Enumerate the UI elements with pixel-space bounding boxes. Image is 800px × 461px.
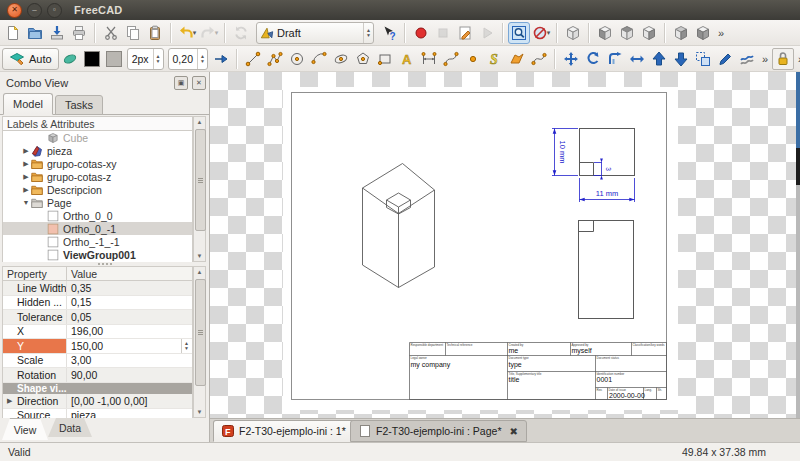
property-value[interactable]: 0,35 bbox=[67, 281, 192, 295]
tree-expander-icon[interactable]: ▼ bbox=[21, 199, 31, 206]
right-view-button[interactable] bbox=[638, 22, 660, 44]
draft-dimension-button[interactable] bbox=[418, 48, 440, 70]
panel-float-button[interactable]: ▣ bbox=[174, 76, 188, 90]
panel-close-button[interactable]: ✕ bbox=[192, 76, 206, 90]
draft-upgrade-button[interactable] bbox=[648, 48, 670, 70]
draft-text-button[interactable] bbox=[396, 48, 418, 70]
refresh-button[interactable] bbox=[230, 22, 252, 44]
tree-expander-icon[interactable]: ▶ bbox=[21, 173, 31, 181]
window-maximize-button[interactable]: ▫ bbox=[47, 3, 62, 18]
face-color-swatch[interactable] bbox=[103, 48, 125, 70]
property-row-source[interactable]: Sourcepieza bbox=[3, 409, 192, 419]
property-row-line-width[interactable]: Line Width0,35 bbox=[3, 281, 192, 296]
draft-bspline-button[interactable] bbox=[440, 48, 462, 70]
macro-play-button[interactable] bbox=[476, 22, 498, 44]
draft-facebinder-button[interactable] bbox=[506, 48, 528, 70]
tab-close-icon[interactable]: ✖ bbox=[509, 426, 517, 437]
draft-offset-button[interactable] bbox=[604, 48, 626, 70]
tab-tasks[interactable]: Tasks bbox=[55, 95, 103, 115]
line-width-spinbox[interactable]: 2px▲▼ bbox=[127, 48, 164, 70]
draft-polygon-button[interactable] bbox=[352, 48, 374, 70]
property-value[interactable]: 196,00 bbox=[67, 325, 192, 339]
drawing-viewport[interactable]: 10 mm 3 11 mm Responsible department Tec… bbox=[210, 72, 800, 418]
draft-rectangle-button[interactable] bbox=[374, 48, 396, 70]
undo-button[interactable]: ▾ bbox=[176, 22, 198, 44]
macro-stop-button[interactable] bbox=[432, 22, 454, 44]
property-scrollbar-thumb[interactable] bbox=[195, 279, 206, 386]
draft-join-button[interactable] bbox=[736, 48, 758, 70]
draft-move-button[interactable] bbox=[560, 48, 582, 70]
text-scale-spinbox[interactable]: 0,20▲▼ bbox=[168, 48, 208, 70]
front-view-button[interactable] bbox=[594, 22, 616, 44]
tree-item-ortho_0_-1[interactable]: Ortho_0_-1 bbox=[3, 222, 192, 235]
draft-trimex-button[interactable] bbox=[626, 48, 648, 70]
draft-arc-button[interactable] bbox=[308, 48, 330, 70]
new-document-button[interactable] bbox=[2, 22, 24, 44]
viewport-scrollbar[interactable] bbox=[796, 72, 800, 418]
tree-expander-icon[interactable]: ▶ bbox=[21, 147, 31, 155]
property-row-rotation[interactable]: Rotation90,00 bbox=[3, 368, 192, 383]
tree-item-viewgroup001[interactable]: ViewGroup001 bbox=[3, 248, 192, 261]
property-row-direction[interactable]: ▶Direction[0,00 -1,00 0,00] bbox=[3, 394, 192, 409]
tree-item-descripcion[interactable]: ▶Descripcion bbox=[3, 183, 192, 196]
draft-toolbar-overflow-button[interactable]: » bbox=[762, 53, 768, 65]
mdi-tab-3d-view[interactable]: F2-T30-ejemplo-ini : 1* ✖ bbox=[213, 420, 371, 442]
tree-expander-icon[interactable]: ▶ bbox=[21, 160, 31, 168]
open-button[interactable] bbox=[24, 22, 46, 44]
property-row-scale[interactable]: Scale3,00 bbox=[3, 354, 192, 369]
tree-item-pieza[interactable]: ▶pieza bbox=[3, 144, 192, 157]
property-value[interactable]: 0,05 bbox=[67, 310, 192, 324]
property-row-x[interactable]: X196,00 bbox=[3, 325, 192, 340]
scroll-up-icon[interactable]: ▲ bbox=[194, 117, 205, 127]
property-value[interactable]: 0,15 bbox=[67, 296, 192, 310]
scroll-down-icon[interactable]: ▼ bbox=[194, 407, 205, 417]
draft-line-button[interactable] bbox=[242, 48, 264, 70]
workbench-selector[interactable]: Draft▲▼ bbox=[256, 22, 374, 44]
copy-button[interactable] bbox=[122, 22, 144, 44]
draft-bezcurve-button[interactable] bbox=[528, 48, 550, 70]
property-value[interactable]: 150,00▲▼ bbox=[67, 339, 192, 353]
window-close-button[interactable]: ✕ bbox=[7, 3, 22, 18]
tree-item-ortho_0_0[interactable]: Ortho_0_0 bbox=[3, 209, 192, 222]
scroll-up-icon[interactable]: ▲ bbox=[194, 267, 205, 277]
zoom-box-button[interactable] bbox=[508, 22, 530, 44]
tree-scrollbar-thumb[interactable] bbox=[195, 129, 206, 231]
tab-data[interactable]: Data bbox=[48, 418, 92, 437]
cut-button[interactable] bbox=[100, 22, 122, 44]
macro-edit-button[interactable] bbox=[454, 22, 476, 44]
property-value[interactable]: [0,00 -1,00 0,00] bbox=[67, 394, 192, 408]
draft-circle-button[interactable] bbox=[286, 48, 308, 70]
tree-item-ortho_-1_-1[interactable]: Ortho_-1_-1 bbox=[3, 235, 192, 248]
draft-style-button[interactable] bbox=[59, 48, 81, 70]
draft-shapestring-button[interactable] bbox=[484, 48, 506, 70]
mdi-tab-page-view[interactable]: F2-T30-ejemplo-ini : Page* ✖ bbox=[350, 420, 527, 442]
draft-rotate-button[interactable] bbox=[582, 48, 604, 70]
property-value[interactable]: 90,00 bbox=[67, 368, 192, 382]
rear-view-button[interactable] bbox=[670, 22, 692, 44]
tree-scrollbar[interactable]: ▲ ▼ bbox=[193, 116, 206, 262]
line-color-swatch[interactable] bbox=[81, 48, 103, 70]
property-group-header[interactable]: Shape vi... bbox=[3, 383, 192, 395]
property-expander-icon[interactable]: ▶ bbox=[7, 397, 17, 405]
property-row-tolerance[interactable]: Tolerance0,05 bbox=[3, 310, 192, 325]
macro-record-button[interactable] bbox=[410, 22, 432, 44]
scroll-down-icon[interactable]: ▼ bbox=[194, 251, 205, 261]
paste-button[interactable] bbox=[144, 22, 166, 44]
draft-downgrade-button[interactable] bbox=[670, 48, 692, 70]
property-value[interactable]: 3,00 bbox=[67, 354, 192, 368]
tree-item-grupo-cotas-z[interactable]: ▶grupo-cotas-z bbox=[3, 170, 192, 183]
property-row-hidden-[interactable]: Hidden ...0,15 bbox=[3, 296, 192, 311]
bottom-view-button[interactable] bbox=[692, 22, 714, 44]
print-button[interactable] bbox=[68, 22, 90, 44]
draft-wire-button[interactable] bbox=[264, 48, 286, 70]
apply-style-button[interactable] bbox=[210, 48, 232, 70]
whats-this-button[interactable] bbox=[378, 22, 400, 44]
axonometric-view-button[interactable] bbox=[562, 22, 584, 44]
draft-edit-button[interactable] bbox=[714, 48, 736, 70]
clip-plane-button[interactable]: ▾ bbox=[530, 22, 552, 44]
property-value[interactable]: pieza bbox=[67, 409, 192, 419]
save-button[interactable] bbox=[46, 22, 68, 44]
toolbar-overflow-button[interactable]: » bbox=[718, 27, 724, 39]
redo-button[interactable]: ▾ bbox=[198, 22, 220, 44]
tree-expander-icon[interactable]: ▶ bbox=[21, 186, 31, 194]
